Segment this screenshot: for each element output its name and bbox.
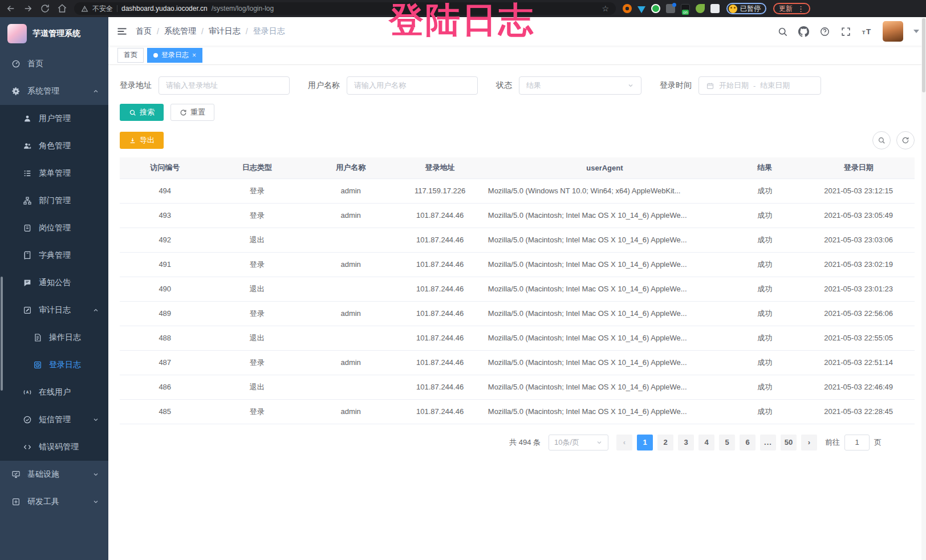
browser-home-icon[interactable] (57, 3, 67, 14)
sidebar-item-online-users[interactable]: A在线用户 (0, 379, 108, 406)
chevron-down-icon[interactable] (913, 30, 919, 33)
sidebar-scrollbar[interactable] (1, 277, 3, 391)
cell-ua: Mozilla/5.0 (Macintosh; Intel Mac OS X 1… (482, 350, 727, 375)
sidebar-item-system[interactable]: 系统管理 (0, 78, 108, 105)
security-label[interactable]: 不安全 (92, 4, 113, 14)
tags-view: 首页登录日志× (108, 46, 926, 65)
breadcrumb-item[interactable]: 首页 (136, 26, 152, 36)
dashboard-icon (11, 59, 21, 68)
extension-icon[interactable] (666, 4, 675, 13)
sidebar-item-sms[interactable]: 短信管理 (0, 406, 108, 433)
toggle-search-button[interactable] (872, 131, 891, 149)
date-range-picker[interactable]: 开始日期 - 结束日期 (698, 76, 821, 95)
bookmark-star-icon[interactable]: ☆ (602, 4, 609, 13)
column-header[interactable]: 日志类型 (210, 157, 303, 178)
font-size-icon[interactable]: TT (862, 26, 872, 37)
goto-page-input[interactable]: 1 (844, 435, 870, 451)
table-row[interactable]: 490退出101.87.244.46Mozilla/5.0 (Macintosh… (120, 277, 915, 301)
header-actions: TT (777, 21, 926, 42)
browser-reload-icon[interactable] (40, 3, 50, 14)
github-icon[interactable] (798, 26, 809, 37)
column-header[interactable]: 登录日期 (802, 157, 915, 178)
sidebar-item-label: 部门管理 (39, 196, 71, 206)
sidebar-item-login-log[interactable]: 登录日志 (0, 351, 108, 379)
page-button-5[interactable]: 5 (719, 435, 735, 451)
refresh-button[interactable] (896, 131, 915, 149)
fullscreen-icon[interactable] (840, 26, 851, 37)
page-button-3[interactable]: 3 (678, 435, 694, 451)
page-button-4[interactable]: 4 (698, 435, 714, 451)
extension-icon[interactable] (637, 6, 645, 13)
sidebar-item-audit-log[interactable]: 审计日志 (0, 297, 108, 324)
sidebar-item-users[interactable]: 用户管理 (0, 105, 108, 132)
sidebar-item-home[interactable]: 首页 (0, 50, 108, 78)
calendar-icon (706, 82, 714, 90)
extension-icon[interactable] (651, 4, 660, 13)
table-row[interactable]: 493登录admin101.87.244.46Mozilla/5.0 (Maci… (120, 203, 915, 228)
search-button[interactable]: 搜索 (120, 104, 164, 121)
page-button-50[interactable]: 50 (781, 435, 797, 451)
page-size-select[interactable]: 10条/页 (549, 435, 608, 451)
extension-icon[interactable] (696, 4, 705, 13)
tag-item[interactable]: 首页 (117, 48, 144, 63)
sidebar-item-menus[interactable]: 菜单管理 (0, 160, 108, 187)
column-header[interactable]: 用户名称 (304, 157, 397, 178)
scrollbar-thumb[interactable] (922, 18, 925, 92)
sidebar-item-dicts[interactable]: 字典管理 (0, 242, 108, 269)
table-row[interactable]: 492退出101.87.244.46Mozilla/5.0 (Macintosh… (120, 228, 915, 252)
help-icon[interactable] (819, 26, 830, 37)
table-row[interactable]: 494登录admin117.159.17.226Mozilla/5.0 (Win… (120, 178, 915, 203)
cell-type: 登录 (210, 301, 303, 326)
close-icon[interactable]: × (192, 52, 196, 59)
table-row[interactable]: 487登录admin101.87.244.46Mozilla/5.0 (Maci… (120, 350, 915, 375)
next-page-button[interactable]: › (801, 435, 817, 451)
sidebar-logo[interactable]: 芋道管理系统 (0, 17, 108, 50)
prev-page-button[interactable]: ‹ (616, 435, 632, 451)
sidebar-item-notices[interactable]: 通知公告 (0, 269, 108, 297)
username-input[interactable]: 请输入用户名称 (347, 76, 478, 95)
address-bar[interactable]: 不安全 dashboard.yudao.iocoder.cn/system/lo… (74, 2, 616, 15)
page-button-6[interactable]: 6 (740, 435, 756, 451)
user-avatar[interactable] (883, 21, 903, 42)
breadcrumb-item[interactable]: 审计日志 (209, 26, 241, 36)
column-header[interactable]: userAgent (482, 157, 727, 178)
column-header[interactable]: 结果 (727, 157, 802, 178)
table-row[interactable]: 491登录admin101.87.244.46Mozilla/5.0 (Maci… (120, 252, 915, 277)
search-icon[interactable] (777, 26, 788, 37)
cell-id: 489 (120, 301, 210, 326)
sidebar-item-error-codes[interactable]: 错误码管理 (0, 433, 108, 461)
table-row[interactable]: 486退出101.87.244.46Mozilla/5.0 (Macintosh… (120, 375, 915, 399)
sidebar-item-depts[interactable]: 部门管理 (0, 187, 108, 214)
breadcrumb-item[interactable]: 系统管理 (164, 26, 196, 36)
browser-forward-icon[interactable] (23, 3, 33, 14)
status-select[interactable]: 结果 (519, 76, 641, 95)
tag-active[interactable]: 登录日志× (147, 48, 202, 63)
browser-menu-icon[interactable]: ⋮ (797, 5, 805, 13)
sidebar-item-roles[interactable]: 角色管理 (0, 132, 108, 160)
online-users-icon: A (23, 388, 32, 397)
sidebar-item-operation-log[interactable]: 操作日志 (0, 324, 108, 351)
extension-icon[interactable] (681, 4, 690, 13)
login-address-input[interactable]: 请输入登录地址 (159, 76, 290, 95)
cell-id: 486 (120, 375, 210, 399)
table-row[interactable]: 485登录admin101.87.244.46Mozilla/5.0 (Maci… (120, 399, 915, 424)
profile-paused-badge[interactable]: 已暂停 (726, 3, 766, 14)
extension-icon[interactable] (623, 4, 632, 13)
column-header[interactable]: 访问编号 (120, 157, 210, 178)
table-row[interactable]: 489登录admin101.87.244.46Mozilla/5.0 (Maci… (120, 301, 915, 326)
hamburger-icon[interactable] (116, 26, 128, 37)
browser-update-button[interactable]: 更新 ⋮ (773, 3, 810, 14)
sidebar-item-posts[interactable]: 岗位管理 (0, 214, 108, 242)
page-button-1[interactable]: 1 (637, 435, 653, 451)
sidebar-item-dev-tools[interactable]: 研发工具 (0, 488, 108, 516)
page-scrollbar[interactable] (921, 17, 926, 560)
pager-ellipsis[interactable]: ... (760, 435, 776, 451)
table-row[interactable]: 488退出101.87.244.46Mozilla/5.0 (Macintosh… (120, 326, 915, 350)
sidebar-item-infrastructure[interactable]: 基础设施 (0, 461, 108, 488)
column-header[interactable]: 登录地址 (397, 157, 482, 178)
export-button[interactable]: 导出 (120, 132, 164, 149)
page-button-2[interactable]: 2 (657, 435, 673, 451)
extensions-puzzle-icon[interactable] (710, 4, 720, 13)
browser-back-icon[interactable] (6, 3, 16, 14)
reset-button[interactable]: 重置 (170, 104, 214, 121)
